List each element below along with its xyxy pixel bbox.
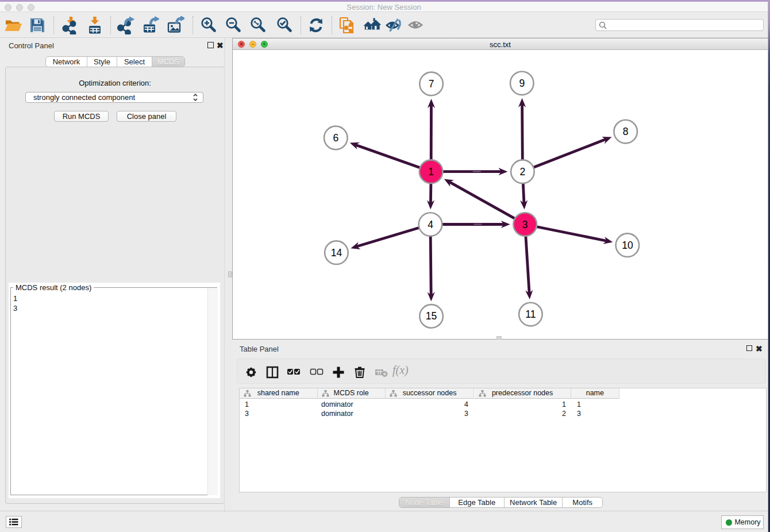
svg-text:7: 7 [429,78,434,90]
svg-text:6: 6 [333,132,338,144]
svg-text:11: 11 [525,309,536,320]
svg-text:10: 10 [622,240,633,251]
svg-text:9: 9 [519,78,525,89]
svg-text:1: 1 [428,166,434,178]
svg-text:4: 4 [428,219,433,230]
svg-text:3: 3 [522,219,528,230]
svg-text:2: 2 [520,166,526,178]
svg-text:14: 14 [331,247,342,259]
svg-text:15: 15 [426,310,437,322]
svg-text:8: 8 [623,126,629,137]
